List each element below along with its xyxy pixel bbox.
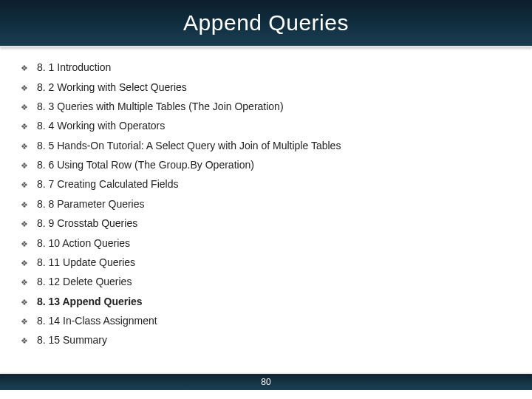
toc-item-label: 8. 4 Working with Operators — [37, 120, 165, 131]
toc-item: ❖8. 8 Parameter Queries — [21, 194, 511, 214]
content-area: ❖8. 1 Introduction❖8. 2 Working with Sel… — [0, 47, 532, 350]
slide: Append Queries ❖8. 1 Introduction❖8. 2 W… — [0, 0, 532, 399]
diamond-bullet-icon: ❖ — [21, 123, 37, 131]
toc-item-label: 8. 11 Update Queries — [37, 257, 135, 267]
diamond-bullet-icon: ❖ — [21, 259, 37, 267]
toc-item: ❖8. 12 Delete Queries — [21, 272, 511, 291]
toc-list: ❖8. 1 Introduction❖8. 2 Working with Sel… — [21, 58, 511, 350]
toc-item: ❖8. 2 Working with Select Queries — [21, 77, 511, 96]
toc-item: ❖8. 7 Creating Calculated Fields — [21, 174, 511, 194]
diamond-bullet-icon: ❖ — [21, 162, 37, 170]
diamond-bullet-icon: ❖ — [21, 103, 37, 112]
toc-item: ❖8. 15 Summary — [21, 330, 511, 349]
footer-bar: 80 — [0, 374, 532, 390]
toc-item-label: 8. 5 Hands-On Tutorial: A Select Query w… — [37, 140, 341, 151]
diamond-bullet-icon: ❖ — [21, 181, 37, 189]
toc-item: ❖8. 10 Action Queries — [21, 233, 511, 252]
diamond-bullet-icon: ❖ — [21, 318, 37, 326]
toc-item-label: 8. 13 Append Queries — [37, 296, 143, 307]
toc-item-label: 8. 12 Delete Queries — [37, 276, 132, 287]
toc-item-label: 8. 1 Introduction — [37, 62, 111, 72]
toc-item: ❖8. 11 Update Queries — [21, 253, 511, 272]
title-bar: Append Queries — [0, 0, 532, 47]
toc-item-label: 8. 7 Creating Calculated Fields — [37, 179, 178, 189]
diamond-bullet-icon: ❖ — [21, 299, 37, 307]
toc-item-label: 8. 3 Queries with Multiple Tables (The J… — [37, 101, 284, 112]
toc-item: ❖8. 9 Crosstab Queries — [21, 214, 511, 233]
toc-item: ❖8. 3 Queries with Multiple Tables (The … — [21, 97, 511, 116]
toc-item-label: 8. 9 Crosstab Queries — [37, 218, 137, 228]
toc-item-label: 8. 15 Summary — [37, 335, 107, 345]
page-number: 80 — [261, 377, 270, 387]
toc-item-label: 8. 10 Action Queries — [37, 238, 130, 248]
toc-item: ❖8. 4 Working with Operators — [21, 116, 511, 135]
diamond-bullet-icon: ❖ — [21, 201, 37, 209]
diamond-bullet-icon: ❖ — [21, 220, 37, 228]
toc-item-label: 8. 2 Working with Select Queries — [37, 82, 187, 92]
toc-item: ❖8. 5 Hands-On Tutorial: A Select Query … — [21, 136, 511, 155]
toc-item: ❖8. 14 In-Class Assignment — [21, 311, 511, 330]
toc-item-label: 8. 6 Using Total Row (The Group.By Opera… — [37, 160, 254, 170]
toc-item-label: 8. 8 Parameter Queries — [37, 199, 145, 209]
diamond-bullet-icon: ❖ — [21, 240, 37, 248]
diamond-bullet-icon: ❖ — [21, 64, 37, 72]
toc-item: ❖8. 1 Introduction — [21, 58, 511, 77]
diamond-bullet-icon: ❖ — [21, 84, 37, 92]
toc-item: ❖8. 6 Using Total Row (The Group.By Oper… — [21, 155, 511, 174]
diamond-bullet-icon: ❖ — [21, 337, 37, 345]
toc-item: ❖8. 13 Append Queries — [21, 292, 511, 311]
diamond-bullet-icon: ❖ — [21, 279, 37, 287]
diamond-bullet-icon: ❖ — [21, 143, 37, 151]
slide-title: Append Queries — [183, 10, 349, 35]
toc-item-label: 8. 14 In-Class Assignment — [37, 316, 157, 326]
